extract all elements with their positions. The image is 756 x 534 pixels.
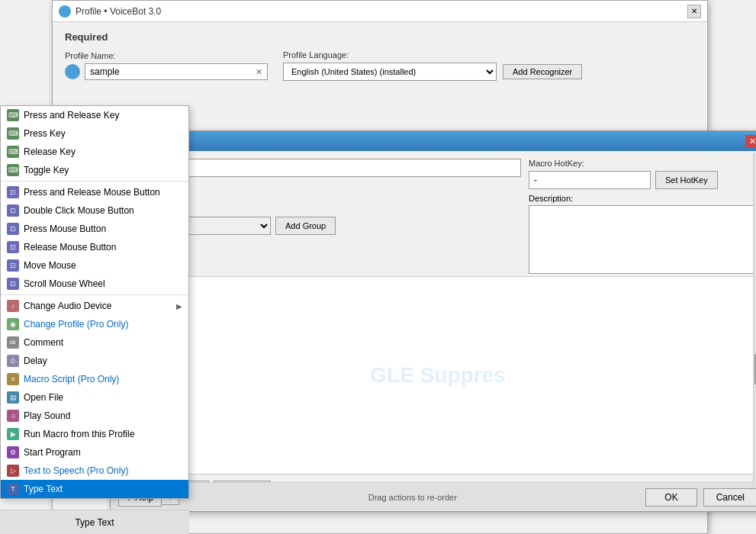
profile-titlebar: Profile • VoiceBot 3.0 ✕ bbox=[53, 1, 707, 22]
menu-item-press-mouse[interactable]: ⊡Press Mouse Button bbox=[1, 220, 188, 238]
profile-lang-dropdown[interactable]: English (United States) (installed) bbox=[283, 63, 497, 81]
type-text-bottom-strip: Type Text bbox=[0, 510, 189, 534]
menu-item-label-toggle-key: Toggle Key bbox=[24, 165, 182, 175]
menu-item-release-key[interactable]: ⌨Release Key bbox=[1, 143, 188, 161]
desc-label: Description: bbox=[529, 194, 756, 203]
menu-item-label-change-audio: Change Audio Device bbox=[24, 301, 172, 311]
voicebot-bottom-bar: ? Help ▼ Drag actions to re-order OK Can… bbox=[111, 482, 756, 511]
voicebot-body: s command Test Add Group Macro HotKey: bbox=[111, 151, 756, 511]
actions-area: GLE Suppres bbox=[118, 276, 756, 474]
profile-close-button[interactable]: ✕ bbox=[687, 5, 701, 18]
required-label: Required bbox=[65, 31, 695, 43]
menu-item-label-move-mouse: Move Mouse bbox=[24, 260, 182, 271]
profile-name-clear[interactable]: ✕ bbox=[251, 66, 267, 79]
menu-item-move-mouse[interactable]: ⊡Move Mouse bbox=[1, 256, 188, 275]
menu-item-run-macro[interactable]: ▶Run Macro from this Profile bbox=[1, 425, 188, 443]
desc-textarea[interactable] bbox=[529, 205, 756, 274]
script-icon: ≡ bbox=[7, 373, 19, 385]
voicebot-close-button[interactable]: ✕ bbox=[745, 135, 756, 147]
keyboard-icon: ⌨ bbox=[7, 127, 19, 140]
menu-item-release-mouse[interactable]: ⊡Release Mouse Button bbox=[1, 238, 188, 256]
profile-title-icon bbox=[59, 5, 71, 18]
voicebot-dialog: VoiceBot 3.0 ✕ s command Test bbox=[110, 130, 756, 512]
menu-item-play-sound[interactable]: ♫Play Sound bbox=[1, 407, 188, 425]
mouse-icon: ⊡ bbox=[7, 204, 19, 217]
context-menu: ⌨Press and Release Key⌨Press Key⌨Release… bbox=[0, 105, 189, 499]
profile-title-text: Profile • VoiceBot 3.0 bbox=[76, 6, 161, 17]
menu-separator bbox=[1, 294, 188, 295]
type-text-strip-label: Type Text bbox=[75, 517, 114, 528]
menu-item-label-start-program: Start Program bbox=[24, 447, 182, 458]
menu-item-label-play-sound: Play Sound bbox=[24, 410, 182, 421]
menu-item-label-comment: Comment bbox=[24, 337, 182, 348]
profile-name-label: Profile Name: bbox=[65, 51, 268, 60]
menu-item-label-release-key: Release Key bbox=[24, 146, 182, 157]
profile-lang-label: Profile Language: bbox=[283, 50, 582, 60]
voicebot-title: VoiceBot 3.0 bbox=[117, 136, 745, 146]
menu-item-change-profile[interactable]: ◉Change Profile (Pro Only) bbox=[1, 315, 188, 333]
typetext-icon: T bbox=[7, 483, 19, 495]
watermark: GLE Suppres bbox=[370, 363, 505, 388]
voicebot-top-section: s command Test Add Group Macro HotKey: bbox=[118, 159, 756, 276]
comment-icon: ✉ bbox=[7, 336, 19, 349]
add-group-button[interactable]: Add Group bbox=[275, 217, 336, 235]
profile-name-field[interactable] bbox=[85, 64, 251, 79]
mouse-icon: ⊡ bbox=[7, 278, 19, 290]
macro-icon: ▶ bbox=[7, 428, 19, 440]
menu-item-label-press-release-mouse: Press and Release Mouse Button bbox=[24, 187, 182, 198]
mouse-icon: ⊡ bbox=[7, 223, 19, 235]
menu-item-open-file[interactable]: ▤Open File bbox=[1, 388, 188, 407]
menu-item-scroll-mouse[interactable]: ⊡Scroll Mouse Wheel bbox=[1, 275, 188, 293]
hotkey-input[interactable] bbox=[529, 171, 651, 189]
mouse-icon: ⊡ bbox=[7, 186, 19, 198]
audio-icon: ♪ bbox=[7, 300, 19, 312]
menu-item-type-text[interactable]: TType Text bbox=[1, 480, 188, 498]
menu-separator bbox=[1, 181, 188, 182]
keyboard-icon: ⌨ bbox=[7, 146, 19, 158]
keyboard-icon: ⌨ bbox=[7, 164, 19, 176]
voicebot-right: Macro HotKey: Set HotKey Description: bbox=[529, 159, 756, 276]
menu-item-delay[interactable]: ⊙Delay bbox=[1, 352, 188, 370]
menu-item-label-run-macro: Run Macro from this Profile bbox=[24, 429, 182, 439]
menu-item-label-type-text: Type Text bbox=[24, 484, 182, 494]
menu-item-double-click-mouse[interactable]: ⊡Double Click Mouse Button bbox=[1, 201, 188, 220]
voicebot-titlebar: VoiceBot 3.0 ✕ bbox=[111, 131, 756, 151]
keyboard-icon: ⌨ bbox=[7, 109, 19, 121]
menu-item-macro-script[interactable]: ≡Macro Script (Pro Only) bbox=[1, 370, 188, 388]
menu-item-press-release-mouse[interactable]: ⊡Press and Release Mouse Button bbox=[1, 183, 188, 201]
ok-button[interactable]: OK bbox=[645, 488, 696, 507]
hotkey-row: Set HotKey bbox=[529, 171, 756, 189]
profile-lang-select-row: English (United States) (installed) Add … bbox=[283, 63, 582, 81]
profile-content: Required Profile Name: ✕ Profile Languag… bbox=[53, 22, 707, 99]
profile-name-icon bbox=[65, 64, 80, 79]
menu-item-label-tts: Text to Speech (Pro Only) bbox=[24, 465, 182, 476]
program-icon: ⚙ bbox=[7, 446, 19, 458]
profile-name-group: Profile Name: ✕ bbox=[65, 51, 268, 80]
mouse-icon: ⊡ bbox=[7, 259, 19, 272]
profile-name-input-wrapper: ✕ bbox=[85, 63, 268, 80]
profile-form-row: Profile Name: ✕ Profile Language: Englis… bbox=[65, 50, 695, 81]
set-hotkey-button[interactable]: Set HotKey bbox=[655, 171, 718, 189]
add-recognizer-button[interactable]: Add Recognizer bbox=[503, 64, 582, 79]
right-scrollbar[interactable] bbox=[753, 153, 756, 488]
cancel-button[interactable]: Cancel bbox=[703, 488, 756, 507]
menu-item-comment[interactable]: ✉Comment bbox=[1, 333, 188, 352]
menu-item-press-release-key[interactable]: ⌨Press and Release Key bbox=[1, 106, 188, 124]
menu-item-change-audio[interactable]: ♪Change Audio Device▶ bbox=[1, 297, 188, 315]
menu-item-press-key[interactable]: ⌨Press Key bbox=[1, 124, 188, 143]
hotkey-group: Macro HotKey: Set HotKey bbox=[529, 159, 756, 189]
profile-icon: ◉ bbox=[7, 318, 19, 330]
menu-item-label-open-file: Open File bbox=[24, 392, 182, 403]
menu-item-start-program[interactable]: ⚙Start Program bbox=[1, 443, 188, 462]
menu-item-label-release-mouse: Release Mouse Button bbox=[24, 242, 182, 253]
mouse-icon: ⊡ bbox=[7, 241, 19, 253]
menu-item-label-delay: Delay bbox=[24, 355, 182, 366]
file-icon: ▤ bbox=[7, 391, 19, 404]
sound-icon: ♫ bbox=[7, 410, 19, 422]
menu-item-label-press-release-key: Press and Release Key bbox=[24, 110, 182, 121]
profile-lang-group: Profile Language: English (United States… bbox=[283, 50, 582, 81]
tts-icon: ▷ bbox=[7, 465, 19, 477]
menu-item-tts[interactable]: ▷Text to Speech (Pro Only) bbox=[1, 462, 188, 480]
menu-item-label-press-mouse: Press Mouse Button bbox=[24, 224, 182, 234]
menu-item-toggle-key[interactable]: ⌨Toggle Key bbox=[1, 161, 188, 179]
